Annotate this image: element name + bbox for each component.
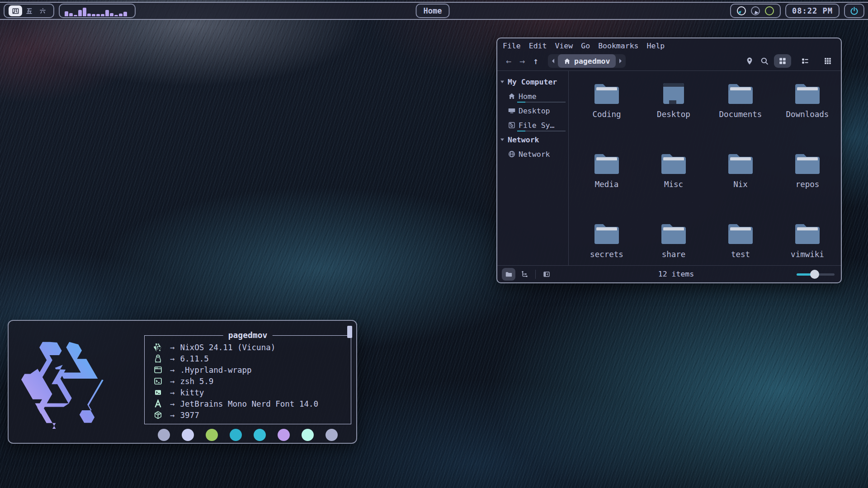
chevron-left-icon bbox=[551, 58, 555, 64]
search-icon[interactable] bbox=[760, 57, 769, 65]
folder-icon bbox=[592, 151, 621, 176]
font-icon bbox=[154, 399, 162, 408]
sidebar-item-label: Network bbox=[508, 136, 539, 144]
visualizer-bar bbox=[114, 15, 118, 16]
visualizer-bar bbox=[110, 13, 113, 16]
fetch-value: zsh 5.9 bbox=[180, 377, 214, 386]
folder-item[interactable]: Misc bbox=[640, 151, 707, 221]
folder-item[interactable]: Downloads bbox=[774, 81, 841, 151]
sidebar-item[interactable]: Network bbox=[497, 132, 568, 147]
workspace-button[interactable] bbox=[22, 5, 36, 16]
workspace-four-icon bbox=[12, 7, 19, 15]
folder-item[interactable]: Nix bbox=[707, 151, 774, 221]
sidebar-item-label: Network bbox=[519, 150, 550, 159]
tux-penguin-icon bbox=[154, 354, 162, 363]
folder-item[interactable]: Media bbox=[573, 151, 640, 221]
menu-item[interactable]: File bbox=[502, 42, 522, 50]
menu-item[interactable]: Edit bbox=[528, 42, 548, 50]
folder-icon bbox=[726, 81, 755, 106]
terminal-window: pagedmov → NixOS 24.11 (Vicuna) bbox=[8, 320, 357, 444]
fetch-value: .Hyprland-wrapp bbox=[180, 366, 252, 375]
visualizer-bar bbox=[74, 15, 77, 16]
menu-item[interactable]: View bbox=[554, 42, 574, 50]
sidebar-item[interactable]: Network bbox=[497, 147, 568, 161]
sidebar-item[interactable]: Home bbox=[497, 89, 568, 103]
menu-item[interactable]: Bookmarks bbox=[597, 42, 639, 50]
clock[interactable]: 08:22 PM bbox=[785, 4, 840, 18]
palette-dot bbox=[278, 429, 290, 441]
gauge-wedge bbox=[738, 8, 745, 14]
location-pin-icon[interactable] bbox=[745, 57, 754, 65]
places-pane-button[interactable] bbox=[502, 268, 515, 281]
folder-label: Desktop bbox=[657, 110, 690, 119]
toggle-sidepane-button[interactable] bbox=[540, 268, 553, 281]
path-segment-current[interactable]: pagedmov bbox=[558, 54, 616, 68]
fetch-row: → 6.11.5 bbox=[154, 353, 351, 364]
visualizer-bars bbox=[64, 5, 131, 16]
sidebar-item[interactable]: My Computer bbox=[497, 75, 568, 89]
tree-icon bbox=[521, 271, 528, 278]
fetch-row-icon bbox=[154, 411, 164, 420]
caret-down-icon bbox=[500, 80, 505, 84]
sidebar-item-label: Home bbox=[519, 92, 537, 101]
arrow-glyph: → bbox=[170, 366, 175, 375]
path-scroll-left[interactable] bbox=[548, 54, 558, 68]
usage-gauge bbox=[765, 6, 774, 15]
sidebar-item[interactable]: File Sy… bbox=[497, 118, 568, 132]
folder-icon bbox=[793, 151, 822, 176]
folder-label: vimwiki bbox=[791, 250, 824, 259]
palette-dot bbox=[254, 429, 266, 441]
zoom-slider[interactable] bbox=[797, 270, 835, 279]
active-window-title[interactable]: Home bbox=[416, 4, 450, 18]
icon-view-button[interactable] bbox=[774, 54, 791, 68]
fetch-value: 6.11.5 bbox=[180, 354, 209, 363]
file-manager-window: File Edit View Go Bookmarks Help ← → ↑ p… bbox=[496, 38, 842, 283]
power-button[interactable] bbox=[844, 4, 864, 18]
workspace-six-icon bbox=[39, 7, 47, 15]
workspace-button[interactable] bbox=[36, 5, 49, 16]
zoom-slider-knob[interactable] bbox=[810, 270, 819, 279]
visualizer-bar bbox=[87, 14, 91, 16]
folder-item[interactable]: Desktop bbox=[640, 81, 707, 151]
menu-item[interactable]: Help bbox=[646, 42, 666, 50]
folder-item[interactable]: Coding bbox=[573, 81, 640, 151]
folder-label: Downloads bbox=[786, 110, 829, 119]
folder-item[interactable]: Documents bbox=[707, 81, 774, 151]
terminal-color-palette bbox=[158, 429, 338, 441]
folder-icon bbox=[592, 81, 621, 106]
up-button[interactable]: ↑ bbox=[529, 56, 542, 66]
visualizer-bar bbox=[96, 14, 100, 16]
grid-view-icon bbox=[778, 57, 787, 65]
compact-view-button[interactable] bbox=[819, 54, 836, 68]
visualizer-bar bbox=[83, 8, 86, 16]
bar-left-modules bbox=[4, 4, 136, 18]
folder-label: Media bbox=[595, 180, 619, 189]
path-scroll-right[interactable] bbox=[616, 54, 626, 68]
toolbar: ← → ↑ pagedmov bbox=[497, 52, 841, 70]
folder-icon bbox=[726, 151, 755, 176]
folder-icon bbox=[659, 221, 688, 246]
palette-dot bbox=[302, 429, 314, 441]
back-button[interactable]: ← bbox=[502, 56, 515, 66]
chevron-right-icon bbox=[619, 58, 623, 64]
gauge-wedge bbox=[752, 8, 759, 14]
fetch-value: NixOS 24.11 (Vicuna) bbox=[180, 343, 276, 352]
list-view-button[interactable] bbox=[797, 54, 814, 68]
usage-gauge bbox=[737, 6, 746, 15]
sidebar-item-label: Desktop bbox=[519, 107, 550, 115]
palette-dot bbox=[230, 429, 242, 441]
forward-button[interactable]: → bbox=[515, 56, 529, 66]
folder-item[interactable]: repos bbox=[774, 151, 841, 221]
sidebar-item[interactable]: Desktop bbox=[497, 103, 568, 118]
workspace-button[interactable] bbox=[9, 5, 22, 16]
home-icon bbox=[508, 93, 515, 100]
desktop-wallpaper: { "topbar": { "workspaces": [ { "label":… bbox=[0, 0, 868, 488]
fetch-row-icon bbox=[154, 366, 164, 375]
fetch-value: kitty bbox=[180, 388, 204, 397]
folder-icon bbox=[659, 151, 688, 176]
folder-icon bbox=[793, 81, 822, 106]
arrow-glyph: → bbox=[170, 411, 175, 420]
menu-item[interactable]: Go bbox=[580, 42, 591, 50]
tree-pane-button[interactable] bbox=[518, 268, 531, 281]
folder-label: Documents bbox=[719, 110, 762, 119]
